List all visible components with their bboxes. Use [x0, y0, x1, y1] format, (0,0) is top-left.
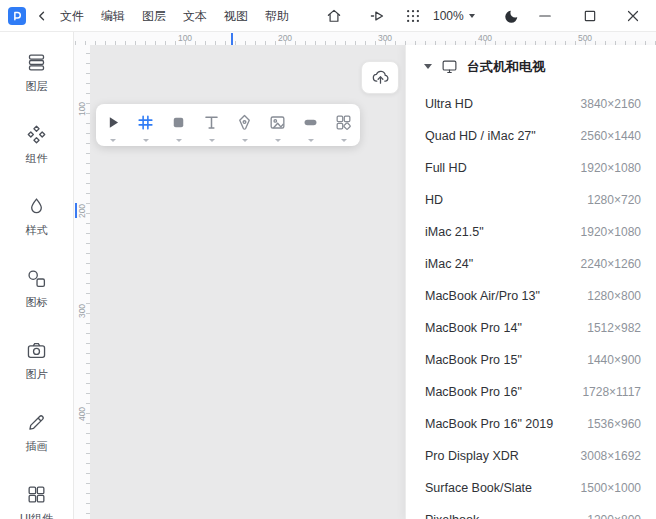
upload-button[interactable] — [361, 61, 399, 94]
device-row[interactable]: iMac 24" 2240×1260 — [406, 248, 656, 280]
minimize-button[interactable] — [531, 2, 559, 30]
panel-header[interactable]: 台式机和电视 — [406, 45, 656, 88]
sidebar-item-components[interactable]: 组件 — [0, 109, 73, 181]
zoom-value: 100% — [433, 9, 464, 23]
device-row[interactable]: MacBook Pro 16" 2019 1536×960 — [406, 408, 656, 440]
text-t-icon — [202, 113, 221, 132]
ruler-mark: 300 — [77, 303, 87, 319]
menu-file[interactable]: 文件 — [60, 8, 84, 25]
frame-tool-button[interactable] — [129, 104, 162, 146]
collapse-caret-icon[interactable] — [424, 64, 432, 69]
device-row[interactable]: iMac 21.5" 1920×1080 — [406, 216, 656, 248]
menu-edit[interactable]: 编辑 — [101, 8, 125, 25]
device-name: HD — [425, 193, 443, 207]
device-name: Surface Book/Slate — [425, 481, 532, 495]
device-row[interactable]: MacBook Pro 16" 1728×1117 — [406, 376, 656, 408]
device-row[interactable]: Pro Display XDR 3008×1692 — [406, 440, 656, 472]
maximize-button[interactable] — [576, 2, 604, 30]
back-chevron-button[interactable] — [28, 2, 56, 30]
ruler-mark: 500 — [578, 33, 592, 43]
icons-icon — [26, 268, 47, 289]
field-tool-button[interactable] — [294, 104, 327, 146]
cloud-upload-icon — [371, 68, 390, 87]
ruler-position-marker — [231, 33, 233, 45]
menu-bar: 文件 编辑 图层 文本 视图 帮助 — [60, 0, 289, 32]
device-name: Pro Display XDR — [425, 449, 519, 463]
device-row[interactable]: Ultra HD 3840×2160 — [406, 88, 656, 120]
sidebar-item-images[interactable]: 图片 — [0, 325, 73, 397]
tool-caret-icon[interactable] — [341, 139, 347, 142]
device-name: MacBook Pro 15" — [425, 353, 522, 367]
shape-tool-button[interactable] — [162, 104, 195, 146]
device-row[interactable]: HD 1280×720 — [406, 184, 656, 216]
pencil-icon — [26, 412, 47, 433]
chevron-left-icon — [33, 7, 51, 25]
logo-icon — [9, 8, 25, 24]
zoom-control[interactable]: 100% — [433, 6, 475, 26]
monitor-icon — [441, 58, 458, 75]
move-tool-button[interactable] — [96, 104, 129, 146]
menu-help[interactable]: 帮助 — [265, 8, 289, 25]
ruler-mark: 400 — [77, 406, 87, 422]
tool-caret-icon[interactable] — [209, 139, 215, 142]
present-button[interactable] — [363, 2, 391, 30]
app-logo[interactable] — [8, 7, 26, 25]
device-size: 2560×1440 — [581, 129, 641, 143]
component-tool-button[interactable] — [327, 104, 360, 146]
sidebar-item-styles[interactable]: 样式 — [0, 181, 73, 253]
ruler-horizontal[interactable]: 100 200 300 400 500 — [74, 32, 656, 45]
present-play-icon — [368, 7, 386, 25]
sidebar-item-label: 图标 — [26, 295, 48, 310]
device-row[interactable]: Pixelbook 1200×800 — [406, 504, 656, 519]
pen-tool-button[interactable] — [228, 104, 261, 146]
device-row[interactable]: Quad HD / iMac 27" 2560×1440 — [406, 120, 656, 152]
device-name: Pixelbook — [425, 513, 479, 519]
tool-caret-icon[interactable] — [143, 139, 149, 142]
menu-text[interactable]: 文本 — [183, 8, 207, 25]
device-size: 1536×960 — [587, 417, 641, 431]
ruler-mark: 100 — [178, 33, 192, 43]
device-row[interactable]: Surface Book/Slate 1500×1000 — [406, 472, 656, 504]
device-name: Full HD — [425, 161, 467, 175]
home-button[interactable] — [320, 2, 348, 30]
dark-mode-button[interactable] — [498, 2, 526, 30]
sidebar-item-ui-kits[interactable]: UI组件 — [0, 469, 73, 519]
layers-icon — [26, 52, 47, 73]
device-size: 1280×800 — [587, 289, 641, 303]
cursor-icon — [103, 113, 122, 132]
frame-grid-icon — [136, 113, 155, 132]
sidebar-item-illustrations[interactable]: 插画 — [0, 397, 73, 469]
close-button[interactable] — [619, 2, 647, 30]
styles-icon — [26, 196, 47, 217]
device-size: 3008×1692 — [581, 449, 641, 463]
panel-title: 台式机和电视 — [467, 58, 545, 76]
device-row[interactable]: Full HD 1920×1080 — [406, 152, 656, 184]
device-name: MacBook Air/Pro 13" — [425, 289, 540, 303]
text-tool-button[interactable] — [195, 104, 228, 146]
ruler-position-marker — [75, 203, 77, 218]
tool-caret-icon[interactable] — [176, 139, 182, 142]
minimize-icon — [536, 7, 554, 25]
device-size: 1440×900 — [587, 353, 641, 367]
ruler-vertical[interactable]: 100 200 300 400 — [74, 45, 90, 519]
tool-caret-icon[interactable] — [308, 139, 314, 142]
sidebar-item-icons[interactable]: 图标 — [0, 253, 73, 325]
menu-view[interactable]: 视图 — [224, 8, 248, 25]
sidebar-item-label: 插画 — [26, 439, 48, 454]
device-name: MacBook Pro 14" — [425, 321, 522, 335]
device-row[interactable]: MacBook Pro 14" 1512×982 — [406, 312, 656, 344]
image-tool-button[interactable] — [261, 104, 294, 146]
tool-caret-icon[interactable] — [242, 139, 248, 142]
device-row[interactable]: MacBook Pro 15" 1440×900 — [406, 344, 656, 376]
apps-grid-button[interactable] — [399, 2, 427, 30]
menu-layer[interactable]: 图层 — [142, 8, 166, 25]
ruler-mark: 400 — [478, 33, 492, 43]
tool-caret-icon[interactable] — [275, 139, 281, 142]
app-window: 文件 编辑 图层 文本 视图 帮助 100% — [0, 0, 656, 519]
canvas-toolbar — [96, 104, 360, 146]
sidebar-item-layers[interactable]: 图层 — [0, 37, 73, 109]
tool-caret-icon[interactable] — [110, 139, 116, 142]
ruler-mark: 200 — [77, 203, 87, 219]
device-size: 1512×982 — [587, 321, 641, 335]
device-row[interactable]: MacBook Air/Pro 13" 1280×800 — [406, 280, 656, 312]
